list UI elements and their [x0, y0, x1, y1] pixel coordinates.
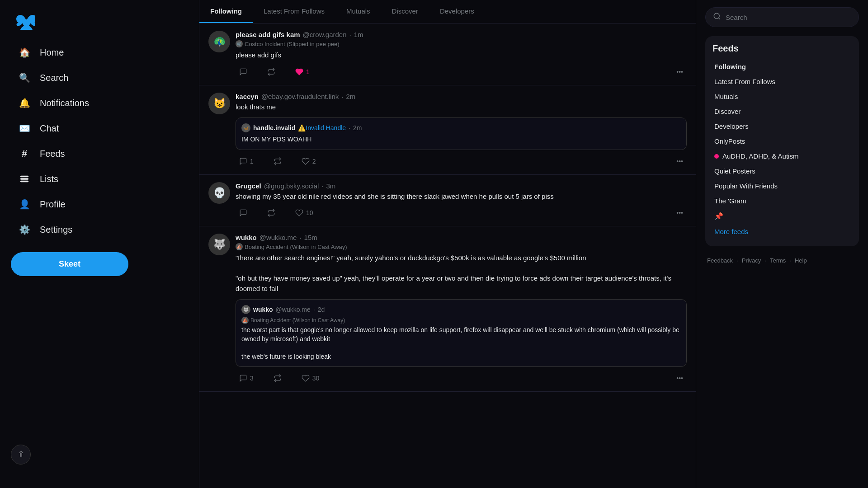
sidebar-item-feeds[interactable]: # Feeds	[11, 142, 188, 165]
feed-item-latest[interactable]: Latest From Follows	[712, 74, 852, 89]
post-text: showing my 35 year old nile red videos a…	[236, 192, 687, 202]
footer-sep-2: ·	[764, 257, 766, 264]
sidebar-item-profile[interactable]: 👤 Profile	[11, 192, 188, 216]
post-time: 3m	[326, 182, 336, 190]
feed-item-quiet[interactable]: Quiet Posters	[712, 164, 852, 178]
post-header: wukko @wukko.me · 15m	[236, 234, 687, 241]
sidebar-item-label: Search	[40, 73, 68, 83]
skeet-button[interactable]: Skeet	[11, 252, 128, 276]
post-time: 2m	[346, 93, 356, 100]
quoted-header: 🐺 wukko @wukko.me · 2d	[241, 305, 681, 314]
profile-icon: 👤	[18, 198, 31, 211]
post-header: kaceyn @ebay.gov.fraudulent.link · 2m	[236, 93, 687, 100]
quoted-time-sep: ·	[313, 306, 315, 313]
quoted-time: 2d	[318, 306, 325, 313]
pin-icon: 📌	[714, 212, 723, 221]
display-name: Grugcel	[236, 182, 261, 190]
feeds-title: Feeds	[712, 43, 852, 54]
tab-discover[interactable]: Discover	[381, 0, 429, 23]
post-time: ·	[341, 93, 343, 100]
repost-button[interactable]	[264, 207, 279, 219]
display-name: wukko	[236, 234, 257, 241]
quoted-handle: @wukko.me	[276, 306, 311, 313]
like-count: 30	[312, 375, 320, 382]
post-3: 💀 Grugcel @grug.bsky.social · 3m showing…	[199, 175, 696, 227]
more-button[interactable]: •••	[673, 373, 687, 384]
quoted-time: ·	[349, 124, 350, 131]
like-button[interactable]: 10	[292, 207, 317, 219]
like-button[interactable]: 30	[298, 372, 323, 384]
footer-sep-3: ·	[789, 257, 791, 264]
feed-item-gram[interactable]: The 'Gram	[712, 193, 852, 208]
more-feeds-link[interactable]: More feeds	[712, 224, 852, 239]
repost-button[interactable]	[264, 66, 279, 78]
feed-item-developers[interactable]: Developers	[712, 119, 852, 134]
feed-item-onlyposts[interactable]: OnlyPosts	[712, 134, 852, 149]
post-text: please add gifs	[236, 50, 687, 61]
quoted-time: 2m	[353, 124, 362, 131]
like-button[interactable]: 2	[298, 155, 320, 167]
feedback-link[interactable]: Feedback	[707, 257, 733, 264]
feed-item-pin[interactable]: 📌	[712, 208, 852, 224]
quoted-post[interactable]: 🦋 handle.invalid ⚠️Invalid Handle · 2m I…	[236, 117, 687, 150]
quoted-label-icon: ⛵	[241, 317, 249, 324]
privacy-link[interactable]: Privacy	[742, 257, 761, 264]
feed-item-following[interactable]: Following	[712, 59, 852, 74]
right-sidebar: Feeds Following Latest From Follows Mutu…	[696, 0, 868, 488]
quoted-text: IM ON MY PDS WOAHH	[241, 135, 681, 144]
feed-dot-icon	[714, 154, 719, 159]
like-button[interactable]: 1	[292, 66, 313, 78]
sidebar-item-label: Lists	[40, 174, 58, 184]
sidebar-item-notifications[interactable]: 🔔 Notifications	[11, 91, 188, 115]
post-actions: 1 •••	[236, 66, 687, 78]
terms-link[interactable]: Terms	[770, 257, 786, 264]
feed-item-popular[interactable]: Popular With Friends	[712, 178, 852, 193]
quoted-display-name: wukko	[253, 306, 273, 313]
quoted-avatar: 🦋	[241, 123, 250, 132]
tab-latest[interactable]: Latest From Follows	[253, 0, 335, 23]
search-input[interactable]	[726, 14, 851, 21]
bell-icon: 🔔	[18, 97, 31, 109]
reply-count: 1	[250, 158, 254, 165]
sidebar-item-label: Feeds	[40, 149, 65, 159]
reply-button[interactable]: 1	[236, 155, 257, 167]
tab-developers[interactable]: Developers	[429, 0, 485, 23]
tab-mutuals[interactable]: Mutuals	[335, 0, 381, 23]
sidebar-item-settings[interactable]: ⚙️ Settings	[11, 218, 188, 241]
svg-rect-0	[21, 176, 28, 177]
sidebar-item-home[interactable]: 🏠 Home	[11, 41, 188, 64]
post-label: 🛒 Costco Incident (Slipped in pee pee)	[236, 40, 687, 47]
quoted-post[interactable]: 🐺 wukko @wukko.me · 2d ⛵ Boating Acciden…	[236, 299, 687, 367]
feed-item-mutuals[interactable]: Mutuals	[712, 89, 852, 104]
chat-icon: ✉️	[18, 122, 31, 135]
label-icon: ⛵	[236, 243, 243, 250]
feed-label: Discover	[714, 108, 741, 115]
help-link[interactable]: Help	[795, 257, 807, 264]
sidebar-item-lists[interactable]: Lists	[11, 167, 188, 191]
reply-button[interactable]: 3	[236, 372, 257, 384]
more-button[interactable]: •••	[673, 207, 687, 218]
post-2: 😺 kaceyn @ebay.gov.fraudulent.link · 2m …	[199, 85, 696, 175]
feed-item-discover[interactable]: Discover	[712, 104, 852, 119]
sidebar-item-chat[interactable]: ✉️ Chat	[11, 117, 188, 140]
tab-following[interactable]: Following	[199, 0, 253, 23]
feed-item-audhd[interactable]: AuDHD, ADHD, & Autism	[712, 149, 852, 164]
post-time: ·	[299, 234, 301, 241]
like-count: 10	[306, 209, 313, 216]
more-button[interactable]: •••	[673, 66, 687, 77]
logo[interactable]	[11, 5, 188, 41]
label-icon: 🛒	[236, 40, 243, 47]
more-button[interactable]: •••	[673, 156, 687, 167]
reply-button[interactable]	[236, 207, 251, 219]
post-actions: 1 2 •••	[236, 155, 687, 167]
sidebar-item-search[interactable]: 🔍 Search	[11, 66, 188, 89]
quoted-header: 🦋 handle.invalid ⚠️Invalid Handle · 2m	[241, 123, 681, 132]
reply-button[interactable]	[236, 66, 251, 78]
search-box[interactable]	[705, 7, 859, 27]
post-text: look thats me	[236, 102, 687, 113]
repost-button[interactable]	[270, 372, 285, 384]
repost-button[interactable]	[270, 155, 285, 167]
scroll-top-button[interactable]: ⇧	[11, 445, 31, 465]
feed-label: The 'Gram	[714, 197, 746, 205]
footer-sep-1: ·	[736, 257, 738, 264]
